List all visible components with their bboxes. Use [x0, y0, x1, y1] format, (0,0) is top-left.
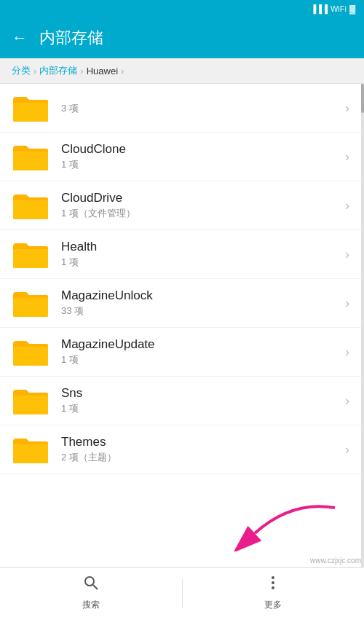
breadcrumb-current: Huawei	[87, 66, 118, 76]
folder-meta: 3 项	[61, 102, 339, 115]
folder-info: Themes 2 项（主题）	[61, 435, 339, 464]
folder-meta: 1 项	[61, 402, 339, 415]
chevron-right-icon: ›	[345, 198, 349, 213]
folder-info: Health 1 项	[61, 240, 339, 269]
more-icon	[264, 574, 282, 596]
breadcrumb-sep-1: ›	[33, 66, 36, 76]
breadcrumb-internal-storage[interactable]: 内部存储	[39, 64, 77, 77]
breadcrumb: 分类 › 内部存储 › Huawei ›	[0, 58, 364, 84]
folder-name: Health	[61, 240, 339, 254]
wifi-icon: WiFi	[331, 4, 347, 13]
breadcrumb-category[interactable]: 分类	[12, 64, 31, 77]
back-button[interactable]: ←	[12, 28, 28, 47]
list-item[interactable]: CloudClone 1 项 ›	[0, 133, 361, 181]
folder-name: MagazineUnlock	[61, 288, 339, 303]
folder-icon	[12, 434, 50, 465]
chevron-right-icon: ›	[345, 247, 349, 262]
chevron-right-icon: ›	[345, 296, 349, 311]
folder-meta: 1 项（文件管理）	[61, 207, 339, 220]
content-wrapper: 3 项 › CloudClone 1 项 ›	[0, 84, 364, 567]
breadcrumb-sep-3: ›	[121, 66, 124, 76]
folder-icon	[12, 141, 50, 172]
status-icons: ▐▐▐ WiFi ▓	[311, 4, 355, 13]
page-title: 内部存储	[39, 27, 103, 49]
folder-icon	[12, 93, 50, 123]
folder-info: CloudClone 1 项	[61, 142, 339, 171]
svg-point-5	[272, 586, 274, 589]
folder-meta: 1 项	[61, 353, 339, 366]
list-item[interactable]: Sns 1 项 ›	[0, 377, 361, 425]
svg-line-2	[93, 585, 98, 589]
folder-icon	[12, 385, 50, 416]
folder-name: CloudDrive	[61, 191, 339, 205]
folder-info: CloudDrive 1 项（文件管理）	[61, 191, 339, 220]
header: ← 内部存储	[0, 17, 364, 58]
folder-list: 3 项 › CloudClone 1 项 ›	[0, 84, 361, 567]
folder-name-themes: Themes	[61, 435, 339, 449]
folder-info: MagazineUnlock 33 项	[61, 288, 339, 318]
chevron-right-icon: ›	[345, 393, 349, 409]
more-label: 更多	[264, 599, 282, 611]
bottom-bar: 搜索 更多	[0, 567, 364, 617]
folder-info: MagazineUpdate 1 项	[61, 337, 339, 366]
battery-icon: ▓	[349, 4, 355, 13]
list-item[interactable]: MagazineUpdate 1 项 ›	[0, 328, 361, 377]
search-icon	[82, 574, 100, 596]
folder-info: 3 项	[61, 101, 339, 115]
scrollbar[interactable]	[361, 84, 364, 567]
search-button[interactable]: 搜索	[0, 574, 182, 611]
folder-name: CloudClone	[61, 142, 339, 157]
list-item[interactable]: CloudDrive 1 项（文件管理） ›	[0, 181, 361, 230]
folder-name: Sns	[61, 386, 339, 401]
folder-meta: 33 项	[61, 304, 339, 318]
search-label: 搜索	[82, 599, 100, 611]
chevron-right-icon: ›	[345, 345, 349, 360]
folder-icon	[12, 190, 50, 221]
folder-info: Sns 1 项	[61, 386, 339, 415]
folder-icon	[12, 288, 50, 318]
svg-point-3	[272, 576, 274, 579]
folder-name: MagazineUpdate	[61, 337, 339, 352]
svg-point-1	[85, 577, 94, 586]
chevron-right-icon: ›	[345, 149, 349, 165]
scrollbar-thumb[interactable]	[361, 84, 364, 113]
folder-meta: 1 项	[61, 256, 339, 269]
folder-meta-themes: 2 项（主题）	[61, 451, 339, 464]
more-button[interactable]: 更多	[183, 574, 365, 611]
chevron-right-icon: ›	[345, 101, 349, 116]
list-item[interactable]: Health 1 项 ›	[0, 230, 361, 279]
status-bar: ▐▐▐ WiFi ▓	[0, 0, 364, 17]
folder-icon	[12, 337, 50, 367]
svg-point-4	[272, 581, 274, 584]
list-item-themes[interactable]: Themes 2 项（主题） ›	[0, 425, 361, 474]
signal-icon: ▐▐▐	[311, 4, 328, 13]
list-item[interactable]: 3 项 ›	[0, 84, 361, 133]
folder-meta: 1 项	[61, 158, 339, 171]
folder-icon	[12, 239, 50, 270]
chevron-right-icon: ›	[345, 442, 349, 457]
breadcrumb-sep-2: ›	[80, 66, 83, 76]
list-item[interactable]: MagazineUnlock 33 项 ›	[0, 279, 361, 328]
